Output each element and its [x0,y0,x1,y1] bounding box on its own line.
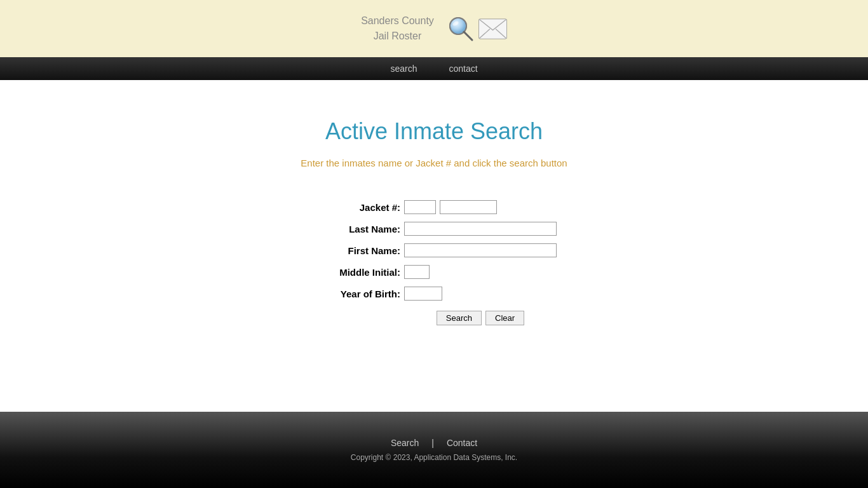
nav-search-link[interactable]: search [384,58,423,79]
first-name-label: First Name: [311,245,400,256]
jacket-row: Jacket #: [311,200,497,214]
jacket-input-1[interactable] [404,200,436,214]
middle-initial-row: Middle Initial: [311,265,430,279]
search-button[interactable]: Search [437,311,482,325]
envelope-icon [478,18,507,40]
middle-initial-label: Middle Initial: [311,267,400,278]
svg-line-2 [464,32,472,40]
header-title-line1: Sanders County [361,13,434,29]
navbar: search contact [0,57,868,80]
year-of-birth-row: Year of Birth: [311,287,442,301]
year-of-birth-input[interactable] [404,287,442,301]
last-name-input[interactable] [404,222,557,236]
footer-copyright: Copyright © 2023, Application Data Syste… [351,453,517,462]
page-title: Active Inmate Search [325,118,543,145]
footer-search-link[interactable]: Search [391,438,419,448]
header-title-line2: Jail Roster [361,29,434,44]
first-name-input[interactable] [404,243,557,257]
header: Sanders County Jail Roster [0,0,868,57]
button-row: Search Clear [311,311,557,325]
subtitle: Enter the inmates name or Jacket # and c… [301,158,567,168]
last-name-row: Last Name: [311,222,557,236]
search-form: Jacket #: Last Name: First Name: Middle … [311,200,557,325]
header-title: Sanders County Jail Roster [361,13,434,44]
footer-contact-link[interactable]: Contact [447,438,477,448]
last-name-label: Last Name: [311,224,400,234]
search-icon [447,15,475,43]
middle-initial-input[interactable] [404,265,430,279]
footer: Search | Contact Copyright © 2023, Appli… [0,412,868,488]
jacket-input-2[interactable] [440,200,497,214]
footer-divider: | [431,438,434,448]
footer-links: Search | Contact [391,438,477,448]
clear-button[interactable]: Clear [485,311,524,325]
first-name-row: First Name: [311,243,557,257]
nav-contact-link[interactable]: contact [442,58,484,79]
year-of-birth-label: Year of Birth: [311,288,400,299]
header-icons [447,15,507,43]
main-content: Active Inmate Search Enter the inmates n… [0,80,868,412]
jacket-label: Jacket #: [311,202,400,213]
